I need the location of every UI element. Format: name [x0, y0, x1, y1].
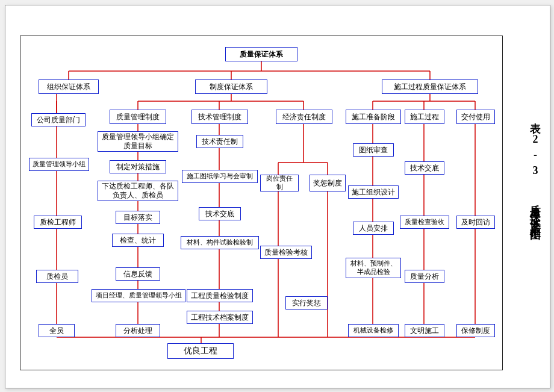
- c5-a: 图纸审查: [353, 143, 394, 157]
- c3-c: 技术交底: [199, 207, 241, 220]
- node-root: 质量保证体系: [225, 47, 297, 61]
- c3-b: 施工图纸学习与会审制: [182, 170, 258, 183]
- node-org: 组织保证体系: [39, 79, 99, 94]
- c2-h: 分析处理: [116, 324, 160, 337]
- side-title: 表 2-3 质量保证体系框图: [528, 114, 543, 225]
- c2-c: 下达质检工程师、各队负责人、质检员: [98, 181, 178, 201]
- c3-f: 工程技术档案制度: [187, 311, 253, 324]
- c2-d: 目标落实: [116, 211, 160, 224]
- c1-e: 全员: [39, 324, 75, 337]
- c6-c: 质量分析: [405, 270, 444, 283]
- c6-a: 技术交底: [405, 161, 444, 175]
- diagram: 质量保证体系 组织保证体系 制度保证体系 施工过程质量保证体系 公司质量部门 质…: [20, 36, 502, 370]
- node-sys: 制度保证体系: [195, 79, 267, 94]
- c2-e: 检查、统计: [112, 234, 164, 247]
- diagram-frame: 质量保证体系 组织保证体系 制度保证体系 施工过程质量保证体系 公司质量部门 质…: [20, 36, 503, 370]
- c7-b: 保修制度: [456, 324, 495, 337]
- node-bottom: 优良工程: [167, 343, 234, 359]
- c2-b: 制定对策措施: [110, 160, 166, 173]
- c1-a: 公司质量部门: [31, 113, 86, 126]
- c2-a: 质量管理领导小组确定质量目标: [98, 131, 178, 152]
- c5-c: 人员安排: [353, 222, 394, 235]
- c5-head: 施工准备阶段: [346, 110, 401, 124]
- c3-d: 材料、构件试验检验制: [181, 236, 259, 249]
- c6-head: 施工过程: [405, 110, 444, 124]
- c1-c: 质检工程师: [34, 216, 82, 229]
- c3-e: 工程质量检验制度: [187, 289, 253, 302]
- c5-d: 材料、预制件、半成品检验: [346, 258, 401, 278]
- c6-b: 质量检查验收: [400, 216, 449, 229]
- page: 表 2-3 质量保证体系框图: [5, 5, 550, 388]
- c2-head: 质量管理制度: [110, 110, 166, 124]
- c6-d: 文明施工: [405, 324, 444, 337]
- c7-head: 交付使用: [456, 110, 495, 124]
- node-proc: 施工过程质量保证体系: [382, 79, 478, 94]
- c4-head: 经济责任制度: [276, 110, 332, 124]
- c5-b: 施工组织设计: [348, 185, 399, 199]
- c5-e: 机械设备检修: [348, 324, 399, 337]
- c1-d: 质检员: [36, 270, 78, 283]
- c4-b: 奖惩制度: [310, 175, 346, 191]
- c4-d: 实行奖惩: [285, 296, 328, 310]
- c3-head: 技术管理制度: [191, 110, 248, 124]
- c4-c: 质量检验考核: [260, 246, 312, 259]
- c4-a: 岗位责任制: [260, 175, 299, 191]
- c2-g: 项目经理、质量管理领导小组: [92, 289, 185, 302]
- c3-a: 技术责任制: [196, 135, 243, 148]
- c1-b: 质量管理领导小组: [29, 158, 89, 171]
- c7-a: 及时回访: [456, 216, 495, 229]
- c2-f: 信息反馈: [116, 267, 160, 281]
